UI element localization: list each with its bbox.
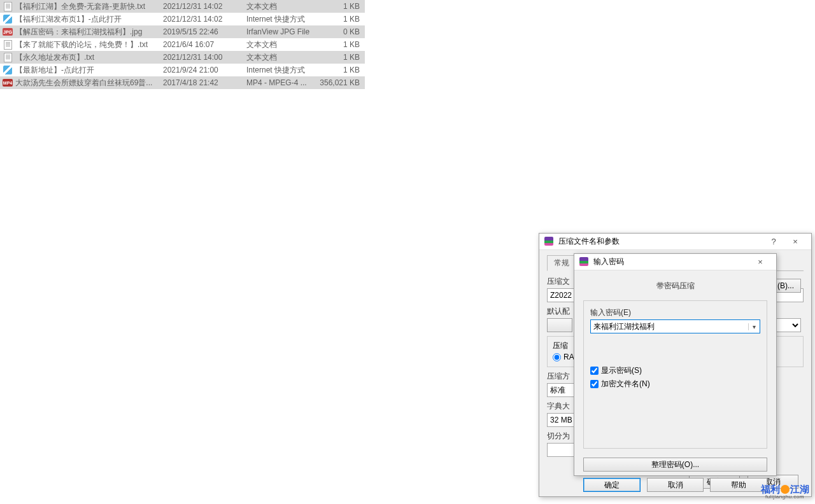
- file-row[interactable]: JPG【解压密码：来福利江湖找福利】.jpg2019/5/15 22:46Irf…: [0, 25, 365, 38]
- file-type: MP4 - MPEG-4 ...: [246, 78, 319, 87]
- file-row[interactable]: 【永久地址发布页】.txt2021/12/31 14:00文本文档1 KB: [0, 51, 365, 64]
- pw-header: 带密码压缩: [583, 281, 767, 291]
- pw-close-button[interactable]: ×: [749, 257, 771, 267]
- file-size: 1 KB: [319, 15, 360, 24]
- password-input[interactable]: [591, 322, 748, 331]
- txt-icon: [3, 39, 13, 50]
- file-name: 【永久地址发布页】.txt: [15, 52, 163, 63]
- link-icon: [3, 65, 13, 75]
- file-date: 2021/9/24 21:00: [163, 66, 246, 74]
- file-name: 大款汤先生会所嫖妓穿着白丝袜玩69普...: [15, 78, 163, 88]
- file-row[interactable]: 【福利江湖发布页1】-点此打开2021/12/31 14:02Internet …: [0, 13, 365, 25]
- mp4-icon: MP4: [3, 78, 13, 88]
- jpg-icon: JPG: [3, 27, 13, 37]
- file-size: 0 KB: [319, 27, 360, 36]
- file-name: 【最新地址】-点此打开: [15, 65, 163, 76]
- file-size: 1 KB: [319, 66, 360, 74]
- file-type: Internet 快捷方式: [246, 65, 319, 76]
- encrypt-names-checkbox[interactable]: [590, 380, 599, 388]
- file-size: 1 KB: [319, 53, 360, 62]
- file-date: 2021/12/31 14:00: [163, 53, 246, 62]
- show-password-label: 显示密码(S): [601, 365, 642, 376]
- file-type: 文本文档: [246, 39, 319, 50]
- file-row[interactable]: 【福利江湖】全免费-无套路-更新快.txt2021/12/31 14:02文本文…: [0, 0, 365, 13]
- pw-input-wrap[interactable]: ▾: [590, 319, 760, 333]
- file-date: 2019/5/15 22:46: [163, 27, 246, 36]
- watermark-b: 江湖: [790, 484, 809, 494]
- file-type: IrfanView JPG File: [246, 27, 319, 36]
- file-date: 2021/12/31 14:02: [163, 2, 246, 11]
- file-row[interactable]: 【来了就能下载的论坛，纯免费！】.txt2021/6/4 16:07文本文档1 …: [0, 38, 365, 51]
- profile-button[interactable]: [547, 318, 572, 332]
- file-type: 文本文档: [246, 52, 319, 63]
- watermark-ball-icon: [781, 485, 790, 494]
- dialog-titlebar[interactable]: 压缩文件名和参数 ? ×: [539, 234, 811, 250]
- file-row[interactable]: 【最新地址】-点此打开2021/9/24 21:00Internet 快捷方式1…: [0, 64, 365, 76]
- close-button[interactable]: ×: [784, 237, 806, 246]
- file-type: Internet 快捷方式: [246, 14, 319, 25]
- link-icon: [3, 14, 13, 24]
- encrypt-names-label: 加密文件名(N): [601, 379, 650, 389]
- radio-rar-label: RA: [563, 353, 574, 361]
- file-size: 356,021 KB: [319, 78, 360, 87]
- show-password-checkbox[interactable]: [590, 367, 599, 375]
- pw-titlebar[interactable]: 输入密码 ×: [574, 254, 776, 270]
- file-row[interactable]: MP4大款汤先生会所嫖妓穿着白丝袜玩69普...2017/4/18 21:42M…: [0, 76, 365, 89]
- pw-ok-button[interactable]: 确定: [583, 478, 641, 492]
- file-size: 1 KB: [319, 2, 360, 11]
- watermark-a: 福利: [761, 484, 780, 494]
- file-name: 【福利江湖】全免费-无套路-更新快.txt: [15, 1, 163, 12]
- tab-general[interactable]: 常规: [547, 255, 576, 271]
- file-list: 【福利江湖】全免费-无套路-更新快.txt2021/12/31 14:02文本文…: [0, 0, 365, 89]
- pw-cancel-button[interactable]: 取消: [647, 478, 704, 492]
- rar-icon: [544, 237, 555, 247]
- rar-icon: [579, 257, 590, 267]
- file-date: 2021/12/31 14:02: [163, 15, 246, 24]
- pw-dropdown-icon[interactable]: ▾: [748, 323, 760, 330]
- txt-icon: [3, 1, 13, 11]
- file-name: 【福利江湖发布页1】-点此打开: [15, 14, 163, 25]
- file-size: 1 KB: [319, 40, 360, 49]
- txt-icon: [3, 52, 13, 62]
- file-type: 文本文档: [246, 1, 319, 12]
- password-dialog: 输入密码 × 带密码压缩 输入密码(E) ▾ 显示密码(S) 加密文件名(N) …: [574, 253, 777, 476]
- manage-passwords-button[interactable]: 整理密码(O)...: [583, 458, 767, 472]
- file-date: 2017/4/18 21:42: [163, 78, 246, 87]
- watermark: 福利江湖 fulijianghu.com: [755, 479, 815, 504]
- file-name: 【来了就能下载的论坛，纯免费！】.txt: [15, 39, 163, 50]
- file-name: 【解压密码：来福利江湖找福利】.jpg: [15, 27, 163, 38]
- file-date: 2021/6/4 16:07: [163, 40, 246, 49]
- watermark-sub: fulijianghu.com: [761, 494, 809, 500]
- help-button[interactable]: ?: [763, 237, 784, 246]
- radio-rar[interactable]: [553, 353, 561, 361]
- pw-field-group: 输入密码(E) ▾ 显示密码(S) 加密文件名(N): [583, 300, 767, 449]
- pw-title: 输入密码: [593, 256, 624, 267]
- pw-input-label: 输入密码(E): [590, 307, 760, 318]
- format-label: 压缩: [553, 341, 568, 350]
- dialog-title: 压缩文件名和参数: [558, 236, 620, 247]
